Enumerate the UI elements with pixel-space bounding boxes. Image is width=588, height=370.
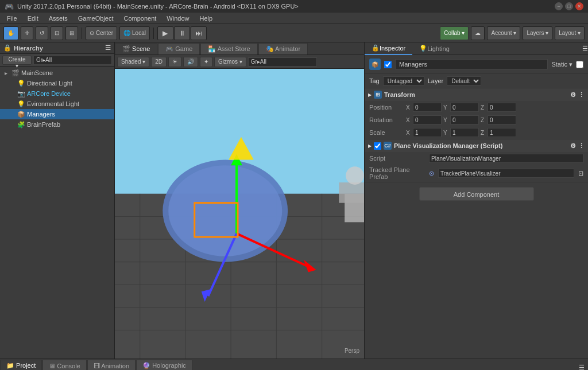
cloud-button[interactable]: ☁ bbox=[471, 26, 485, 40]
menu-assets[interactable]: Assets bbox=[44, 14, 72, 23]
account-dropdown[interactable]: Account ▾ bbox=[487, 26, 520, 40]
game-tab-label: 🎮 Game bbox=[165, 45, 192, 53]
tree-item-directional-light[interactable]: 💡 Directional Light bbox=[0, 78, 114, 88]
rotate-tool[interactable]: ↺ bbox=[36, 26, 48, 40]
script-label: Script bbox=[369, 155, 427, 162]
tab-project[interactable]: 📁 Project bbox=[0, 360, 42, 370]
center-icon: ⊙ bbox=[90, 30, 94, 36]
scale-y: Y bbox=[443, 128, 479, 137]
tree-item-brainprefab[interactable]: 🧩 BrainPrefab bbox=[0, 119, 114, 130]
play-button[interactable]: ▶ bbox=[157, 26, 173, 40]
plane-viz-toggle[interactable] bbox=[374, 142, 381, 150]
layers-dropdown[interactable]: Layers ▾ bbox=[523, 26, 552, 40]
window-title: 🎮 Unity 2017.2.0p1 Personal (64bit) - Ma… bbox=[5, 2, 299, 11]
transform-more-icon[interactable]: ⋮ bbox=[578, 91, 585, 99]
object-name-field[interactable] bbox=[395, 59, 548, 69]
layer-dropdown[interactable]: Default bbox=[447, 76, 481, 85]
menu-edit[interactable]: Edit bbox=[23, 14, 43, 23]
rotation-label: Rotation bbox=[369, 116, 404, 123]
collab-button[interactable]: Collab ▾ bbox=[440, 26, 469, 40]
window-controls[interactable]: − □ ✕ bbox=[555, 2, 583, 10]
right-toolbar: Collab ▾ ☁ Account ▾ Layers ▾ Layout ▾ bbox=[440, 26, 585, 40]
active-toggle[interactable] bbox=[384, 61, 392, 68]
step-button[interactable]: ⏭ bbox=[191, 26, 207, 40]
rotation-z: Z bbox=[481, 115, 516, 124]
tag-dropdown[interactable]: Untagged bbox=[383, 76, 424, 85]
tree-item-arcore-device[interactable]: 📷 ARCore Device bbox=[0, 88, 114, 99]
transform-header[interactable]: ▸ ⊞ Transform ⚙ ⋮ bbox=[365, 88, 588, 101]
sun-button[interactable]: ☀ bbox=[168, 57, 181, 67]
hierarchy-menu-icon[interactable]: ☰ bbox=[105, 44, 111, 52]
inspector-tab[interactable]: 🔒 Inspector bbox=[365, 42, 412, 55]
plane-viz-header[interactable]: ▸ C# Plane Visualization Manager (Script… bbox=[365, 139, 588, 152]
pick-object-icon[interactable]: ⊡ bbox=[578, 170, 583, 177]
scene-search-input[interactable] bbox=[248, 57, 317, 67]
close-button[interactable]: ✕ bbox=[575, 2, 583, 10]
hand-tool[interactable]: ✋ bbox=[3, 26, 18, 40]
rotation-z-input[interactable] bbox=[488, 115, 516, 124]
position-z-input[interactable] bbox=[488, 103, 516, 112]
lighting-tab[interactable]: 💡 Lighting bbox=[412, 42, 457, 55]
rotation-x-input[interactable] bbox=[413, 115, 442, 124]
transform-settings-icon[interactable]: ⚙ bbox=[570, 91, 576, 99]
tree-item-environmental-light[interactable]: 💡 Evironmental Light bbox=[0, 99, 114, 109]
menu-component[interactable]: Component bbox=[119, 14, 161, 23]
shaded-dropdown[interactable]: Shaded ▾ bbox=[117, 57, 149, 67]
tree-label: BrainPrefab bbox=[27, 121, 60, 128]
script-row: Script bbox=[365, 152, 588, 165]
scene-viewport[interactable]: Persp bbox=[115, 69, 364, 359]
tab-animator[interactable]: 🎭 Animator bbox=[258, 43, 308, 54]
rotation-y-input[interactable] bbox=[450, 115, 479, 124]
scale-tool[interactable]: ⊡ bbox=[51, 26, 63, 40]
position-x-input[interactable] bbox=[413, 103, 442, 112]
menu-gameobject[interactable]: GameObject bbox=[74, 14, 118, 23]
script-input[interactable] bbox=[429, 154, 583, 163]
project-menu-icon[interactable]: ☰ bbox=[575, 364, 588, 370]
center-pivot-button[interactable]: ⊙ Center bbox=[86, 26, 117, 40]
menu-help[interactable]: Help bbox=[195, 14, 217, 23]
scale-z-input[interactable] bbox=[488, 128, 516, 137]
tab-console[interactable]: 🖥 Console bbox=[42, 360, 86, 370]
pause-button[interactable]: ⏸ bbox=[174, 26, 190, 40]
add-component-button[interactable]: Add Component bbox=[419, 187, 534, 201]
bottom-area: 📁 Project 🖥 Console 🎞 Animation 🔮 Hologr… bbox=[0, 359, 588, 370]
static-checkbox[interactable] bbox=[576, 61, 583, 68]
maximize-button[interactable]: □ bbox=[565, 2, 573, 10]
plane-viz-more-icon[interactable]: ⋮ bbox=[578, 142, 585, 150]
minimize-button[interactable]: − bbox=[555, 2, 563, 10]
local-global-button[interactable]: 🌐 Local bbox=[119, 26, 150, 40]
hierarchy-create-button[interactable]: Create ▾ bbox=[2, 56, 32, 65]
tab-scene[interactable]: 🎬 Scene bbox=[115, 43, 157, 54]
tree-item-mainscene[interactable]: ▸ 🎬 MainScene bbox=[0, 68, 114, 78]
position-y-input[interactable] bbox=[450, 103, 479, 112]
tracked-plane-label: Tracked Plane Prefab bbox=[369, 166, 427, 180]
2d-toggle[interactable]: 2D bbox=[151, 57, 167, 67]
hierarchy-search-input[interactable] bbox=[33, 56, 112, 65]
rect-tool[interactable]: ⊞ bbox=[65, 26, 78, 40]
move-tool[interactable]: ✛ bbox=[21, 26, 33, 40]
tab-holographic[interactable]: 🔮 Holographic bbox=[136, 360, 192, 370]
plane-viz-settings-icon[interactable]: ⚙ bbox=[570, 142, 576, 150]
menu-window[interactable]: Window bbox=[162, 14, 194, 23]
separator-1 bbox=[82, 28, 82, 39]
effects-button[interactable]: ✦ bbox=[200, 57, 212, 67]
device-icon: 📷 bbox=[17, 90, 25, 98]
tracked-plane-input[interactable] bbox=[438, 169, 574, 178]
tag-label: Tag bbox=[369, 77, 380, 84]
tab-animation[interactable]: 🎞 Animation bbox=[87, 360, 136, 370]
scale-y-input[interactable] bbox=[450, 128, 479, 137]
tab-asset-store[interactable]: 🏪 Asset Store bbox=[200, 43, 257, 54]
tracked-plane-row: Tracked Plane Prefab ⊙ ⊡ bbox=[365, 165, 588, 182]
separator-2 bbox=[153, 28, 154, 39]
inspector-menu-icon[interactable]: ☰ bbox=[582, 45, 588, 52]
holographic-tab-label: 🔮 Holographic bbox=[142, 362, 186, 369]
scale-x-input[interactable] bbox=[413, 128, 442, 137]
gizmos-dropdown[interactable]: Gizmos ▾ bbox=[214, 57, 246, 67]
animator-tab-label: 🎭 Animator bbox=[266, 45, 300, 53]
layout-dropdown[interactable]: Layout ▾ bbox=[555, 26, 585, 40]
sound-button[interactable]: 🔊 bbox=[183, 57, 198, 67]
tab-game[interactable]: 🎮 Game bbox=[158, 43, 200, 54]
animation-tab-label: 🎞 Animation bbox=[94, 363, 129, 369]
menu-file[interactable]: File bbox=[2, 14, 22, 23]
tree-item-managers[interactable]: 📦 Managers bbox=[0, 109, 114, 119]
